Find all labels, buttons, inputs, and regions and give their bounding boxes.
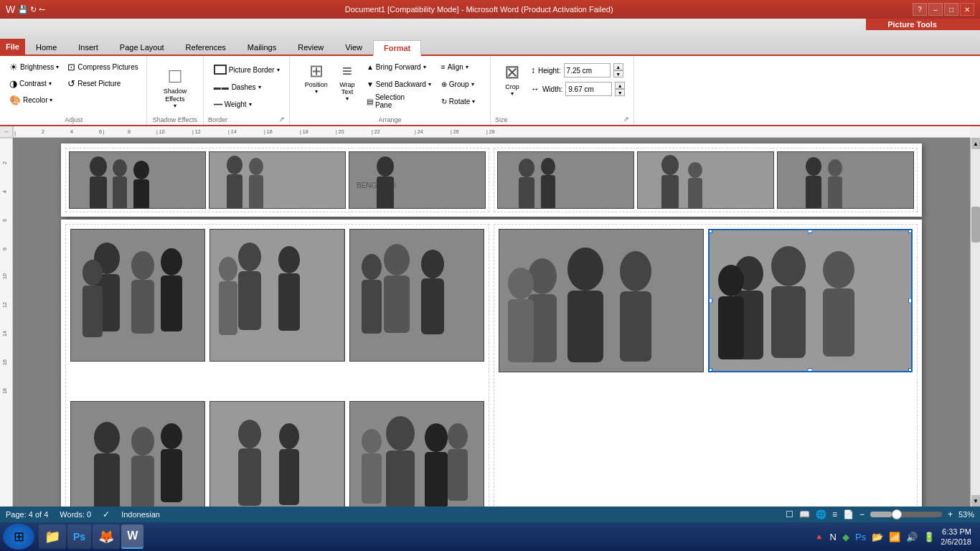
photo-cell[interactable] — [70, 229, 205, 362]
tab-references[interactable]: References — [175, 39, 237, 55]
zoom-slider-thumb[interactable] — [892, 509, 902, 519]
systray-volume[interactable]: 🔊 — [906, 532, 918, 542]
height-input[interactable] — [564, 63, 611, 77]
photo-cell[interactable] — [69, 151, 206, 209]
weight-button[interactable]: ━━ Weight ▾ — [210, 96, 283, 112]
tab-home[interactable]: Home — [25, 39, 67, 55]
help-btn[interactable]: ? — [913, 3, 927, 16]
view-outline-icon[interactable]: ≡ — [832, 509, 837, 519]
svg-rect-81 — [279, 449, 299, 505]
systray-battery[interactable]: 🔋 — [923, 532, 935, 542]
taskbar-explorer[interactable]: 📁 — [39, 524, 66, 549]
scrollbar-down-arrow[interactable]: ▼ — [971, 495, 980, 507]
compress-pictures-button[interactable]: ⊡ Compress Pictures — [64, 59, 141, 75]
taskbar-photoshop[interactable]: Ps — [67, 524, 91, 549]
send-backward-button[interactable]: ▼ Send Backward ▾ — [363, 76, 435, 92]
photo-cell[interactable] — [209, 151, 346, 209]
zoom-out-icon[interactable]: − — [859, 509, 864, 519]
wrap-text-button[interactable]: ≡ WrapText ▾ — [334, 59, 360, 104]
systray-nuvola[interactable]: N — [830, 532, 837, 542]
photo-cell[interactable] — [497, 151, 634, 209]
selection-handle-br[interactable] — [908, 368, 913, 372]
photo-cell[interactable] — [70, 401, 205, 507]
photo-cell[interactable] — [209, 401, 344, 507]
selection-handle-bl[interactable] — [708, 368, 712, 372]
svg-rect-53 — [83, 286, 103, 337]
svg-rect-67 — [421, 278, 444, 334]
weight-dropdown: ▾ — [249, 101, 252, 108]
systray-ps-icon[interactable]: Ps — [855, 532, 866, 542]
photo-cell[interactable] — [637, 151, 774, 209]
picture-border-button[interactable]: Picture Border ▾ — [210, 62, 283, 77]
svg-point-66 — [421, 250, 444, 278]
crop-button[interactable]: ⊠ Crop ▾ — [499, 59, 525, 99]
width-up[interactable]: ▲ — [615, 82, 625, 89]
selection-pane-button[interactable]: ▤ SelectionPane — [363, 93, 435, 109]
tab-mailings[interactable]: Mailings — [237, 39, 287, 55]
bring-forward-button[interactable]: ▲ Bring Forward ▾ — [363, 59, 435, 75]
photo-cell[interactable] — [209, 229, 344, 362]
tab-page-layout[interactable]: Page Layout — [109, 39, 175, 55]
photo-cell-selected[interactable]: ▶ — [708, 229, 913, 372]
tab-file[interactable]: File — [0, 39, 25, 55]
selection-handle-tm[interactable] — [808, 229, 813, 233]
selection-handle-tr[interactable] — [908, 229, 913, 233]
width-input[interactable] — [565, 82, 612, 96]
systray-clock[interactable]: 6:33 PM 2/6/2018 — [941, 527, 971, 547]
zoom-slider[interactable] — [870, 512, 942, 517]
language-indicator[interactable]: Indonesian — [121, 510, 160, 519]
width-down[interactable]: ▼ — [615, 89, 625, 96]
photo-cell[interactable] — [349, 229, 484, 362]
recolor-button[interactable]: 🎨 Recolor ▾ — [6, 92, 62, 108]
shadow-effects-button[interactable]: □ ShadowEffects ▾ — [157, 62, 193, 112]
view-reading-icon[interactable]: 📖 — [799, 509, 810, 519]
systray-green[interactable]: ◆ — [842, 532, 849, 542]
size-expand-icon[interactable]: ⇗ — [623, 116, 629, 123]
zoom-in-icon[interactable]: + — [948, 509, 953, 519]
svg-rect-20 — [113, 176, 127, 209]
dashes-button[interactable]: ▬▬ Dashes ▾ — [210, 79, 283, 95]
close-btn[interactable]: ✕ — [960, 3, 974, 16]
view-web-icon[interactable]: 🌐 — [816, 509, 826, 519]
scrollbar-thumb[interactable] — [971, 207, 980, 242]
group-button[interactable]: ⊕ Group ▾ — [438, 76, 479, 92]
photo-cell[interactable] — [349, 401, 484, 507]
position-button[interactable]: ⊞ Position ▾ — [301, 59, 331, 97]
view-normal-icon[interactable]: ☐ — [786, 509, 793, 519]
brightness-button[interactable]: ☀ Brightness ▾ — [6, 59, 62, 75]
tab-view[interactable]: View — [334, 39, 373, 55]
view-draft-icon[interactable]: 📄 — [843, 509, 854, 519]
photo-cell[interactable]: BENGKULU — [349, 151, 486, 209]
svg-point-17 — [90, 156, 107, 176]
tab-format[interactable]: Format — [373, 40, 421, 56]
systray-notification[interactable]: 🔺 — [814, 532, 824, 542]
tab-insert[interactable]: Insert — [67, 39, 109, 55]
contrast-button[interactable]: ◑ Contrast ▾ — [6, 75, 62, 91]
border-expand-icon[interactable]: ⇗ — [279, 116, 285, 123]
minimize-btn[interactable]: – — [928, 3, 943, 16]
height-up[interactable]: ▲ — [613, 63, 623, 70]
rotate-button[interactable]: ↻ Rotate ▾ — [438, 93, 479, 109]
scrollbar-vertical[interactable]: ▲ ▼ — [970, 138, 980, 507]
selection-handle-bm[interactable] — [808, 368, 813, 372]
spell-check-icon[interactable]: ✓ — [103, 509, 110, 519]
scrollbar-up-arrow[interactable]: ▲ — [971, 138, 980, 149]
start-button[interactable]: ⊞ — [3, 524, 34, 550]
selection-handle-ml[interactable] — [708, 298, 712, 303]
taskbar-word[interactable]: W — [121, 524, 143, 549]
selection-handle-mr[interactable] — [908, 298, 913, 303]
systray-folder[interactable]: 📂 — [872, 532, 883, 542]
align-button[interactable]: ≡ Align ▾ — [438, 59, 479, 75]
document-area[interactable]: BENGKULU — [13, 138, 970, 507]
maximize-btn[interactable]: □ — [944, 3, 958, 16]
photo-cell[interactable] — [777, 151, 914, 209]
systray-network[interactable]: 📶 — [889, 532, 900, 542]
photo-cell[interactable] — [499, 229, 704, 372]
reset-picture-button[interactable]: ↺ Reset Picture — [64, 75, 141, 91]
taskbar-firefox[interactable]: 🦊 — [93, 524, 120, 549]
tab-review[interactable]: Review — [287, 39, 334, 55]
zoom-level[interactable]: 53% — [958, 510, 974, 519]
svg-rect-84 — [386, 451, 415, 507]
height-down[interactable]: ▼ — [613, 70, 623, 77]
selection-handle-tl[interactable] — [708, 229, 712, 233]
